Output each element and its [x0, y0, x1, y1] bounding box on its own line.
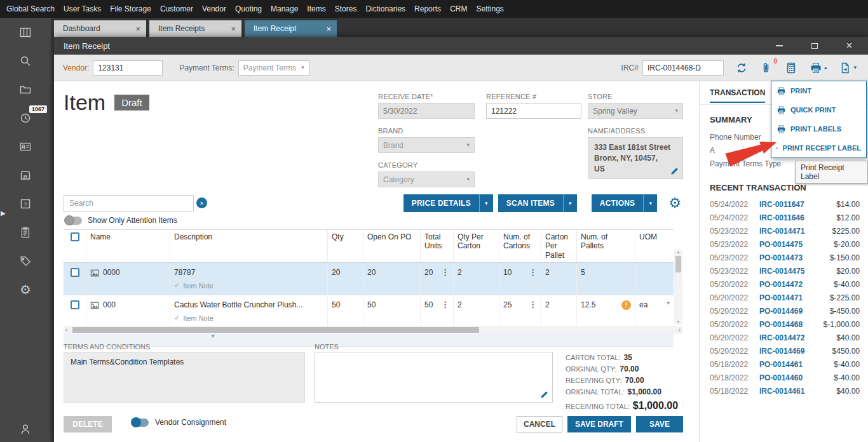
- menubar-item[interactable]: Reports: [414, 4, 441, 13]
- menubar-item[interactable]: Items: [307, 4, 325, 13]
- close-icon[interactable]: ×: [231, 24, 236, 34]
- panel-expander-icon[interactable]: ▶: [1, 210, 6, 217]
- files-nav-button[interactable]: [18, 83, 32, 96]
- transaction-link[interactable]: IRC-0014471: [759, 225, 804, 238]
- transaction-link[interactable]: IRC-0014469: [759, 345, 804, 358]
- scroll-right-icon[interactable]: ›: [679, 326, 681, 333]
- delete-button[interactable]: DELETE: [64, 416, 112, 432]
- transaction-link[interactable]: PO-0014473: [759, 251, 803, 265]
- row-menu-icon[interactable]: ⋮: [529, 300, 537, 309]
- uom-select[interactable]: ea▾: [635, 295, 674, 327]
- chevron-down-icon[interactable]: ▾: [479, 194, 493, 212]
- menubar-item[interactable]: Global Search: [6, 4, 55, 13]
- history-nav-button[interactable]: [18, 112, 32, 124]
- menubar-item[interactable]: User Tasks: [64, 4, 101, 13]
- attention-items-toggle[interactable]: [65, 217, 82, 225]
- item-note[interactable]: ✓Item Note: [174, 314, 323, 322]
- tab-dashboard[interactable]: Dashboard ×: [54, 20, 146, 37]
- scrollbar-thumb[interactable]: [675, 256, 681, 272]
- export-menu-button[interactable]: ▾: [839, 62, 857, 74]
- transaction-link[interactable]: IRC-0011646: [759, 211, 804, 225]
- print-menu-item[interactable]: PRINT: [771, 81, 866, 100]
- transaction-link[interactable]: IRC-0014475: [759, 265, 804, 278]
- reference-input[interactable]: 121222: [486, 103, 581, 119]
- transaction-link[interactable]: IRC-0014461: [759, 385, 804, 398]
- print-menu-button[interactable]: ▴: [810, 62, 827, 74]
- menubar-item[interactable]: Customer: [160, 4, 193, 13]
- transaction-link[interactable]: PO-0014468: [759, 318, 803, 332]
- transaction-link[interactable]: IRC-0011647: [759, 198, 804, 211]
- row-menu-icon[interactable]: ⋮: [529, 268, 537, 276]
- chevron-down-icon[interactable]: ▾: [643, 194, 657, 212]
- contacts-nav-button[interactable]: [18, 140, 32, 153]
- cancel-button[interactable]: CANCEL: [517, 416, 562, 432]
- store-select[interactable]: Spring Valley ▾: [588, 103, 683, 119]
- scrollbar-thumb[interactable]: [72, 327, 479, 333]
- transaction-link[interactable]: PO-0014472: [759, 278, 803, 291]
- menubar-item[interactable]: Vendor: [202, 4, 226, 13]
- edit-notes-button[interactable]: [539, 390, 549, 399]
- menubar-item[interactable]: Settings: [476, 4, 503, 13]
- category-select[interactable]: Category ▾: [378, 171, 475, 187]
- transaction-link[interactable]: PO-0014460: [759, 372, 803, 385]
- row-menu-icon[interactable]: ⋮: [441, 268, 449, 276]
- item-note[interactable]: ✓Item Note: [174, 281, 323, 290]
- refresh-button[interactable]: [735, 62, 748, 74]
- chevron-down-icon[interactable]: ▾: [563, 194, 577, 212]
- row-menu-icon[interactable]: ⋮: [441, 300, 449, 309]
- payment-terms-select[interactable]: Payment Terms ▾: [238, 60, 309, 76]
- save-button[interactable]: SAVE: [636, 416, 683, 432]
- grid-settings-button[interactable]: ⚙: [668, 196, 681, 210]
- vendor-consignment-toggle[interactable]: [132, 419, 149, 427]
- edit-address-button[interactable]: [670, 166, 679, 176]
- scroll-left-icon[interactable]: ‹: [65, 326, 67, 333]
- tab-item-receipt[interactable]: Item Receipt ×: [245, 20, 337, 37]
- minimize-icon[interactable]: [776, 45, 783, 46]
- notes-textarea[interactable]: [315, 352, 553, 403]
- settings-nav-button[interactable]: ⚙: [18, 283, 32, 296]
- qty-cell[interactable]: 20: [328, 263, 363, 295]
- transaction-link[interactable]: PO-0014475: [759, 238, 803, 251]
- vendor-input[interactable]: 123131: [93, 60, 163, 76]
- transaction-link[interactable]: PO-0014469: [759, 305, 803, 318]
- receive-date-input[interactable]: 5/30/2022: [378, 103, 475, 119]
- menubar-item[interactable]: Stores: [335, 4, 357, 13]
- save-draft-button[interactable]: SAVE DRAFT: [567, 416, 631, 432]
- calculator-button[interactable]: [785, 62, 797, 74]
- print-menu-item[interactable]: QUICK PRINT: [771, 100, 866, 119]
- terms-textarea[interactable]: Main Terms&Condition Templates: [64, 352, 305, 403]
- table-vertical-scrollbar[interactable]: ▴ ▾: [674, 250, 682, 325]
- transaction-link[interactable]: IRC-0014472: [759, 332, 804, 345]
- attachments-button[interactable]: 0: [760, 62, 773, 74]
- tab-item-receipts[interactable]: Item Receipts ×: [149, 20, 241, 37]
- actions-button[interactable]: ACTIONS ▾: [592, 194, 657, 212]
- uom-cell[interactable]: [635, 263, 674, 295]
- scan-items-button[interactable]: SCAN ITEMS ▾: [498, 194, 577, 212]
- brand-select[interactable]: Brand ▾: [378, 137, 475, 153]
- help-nav-button[interactable]: ?: [18, 198, 32, 210]
- menubar-item[interactable]: Quoting: [235, 4, 262, 13]
- print-menu-item[interactable]: PRINT LABELS: [771, 119, 866, 138]
- tasks-nav-button[interactable]: [18, 226, 32, 239]
- menubar-item[interactable]: Manage: [271, 4, 298, 13]
- carton-per-pallet-cell[interactable]: 2: [541, 295, 577, 327]
- table-horizontal-scrollbar[interactable]: ‹ ›: [64, 326, 682, 334]
- table-row[interactable]: 000 Cactus Water Bottle Cruncher Plush..…: [64, 295, 674, 328]
- tags-nav-button[interactable]: [18, 255, 32, 267]
- menubar-item[interactable]: File Storage: [110, 4, 151, 13]
- item-search-input[interactable]: Search: [64, 195, 194, 211]
- close-icon[interactable]: ×: [846, 41, 852, 51]
- scroll-up-icon[interactable]: ▴: [677, 250, 680, 255]
- row-checkbox[interactable]: [71, 268, 79, 277]
- search-nav-button[interactable]: [18, 55, 32, 67]
- carton-per-pallet-cell[interactable]: 2: [541, 263, 577, 295]
- row-checkbox[interactable]: [71, 300, 79, 309]
- user-profile-button[interactable]: [18, 423, 32, 436]
- qty-per-carton-cell[interactable]: 2: [454, 263, 499, 295]
- scroll-down-icon[interactable]: ▾: [677, 319, 680, 325]
- transaction-link[interactable]: PO-0014471: [759, 291, 803, 305]
- close-icon[interactable]: ×: [135, 24, 140, 34]
- menubar-item[interactable]: CRM: [450, 4, 467, 13]
- dashboard-nav-button[interactable]: [18, 26, 32, 39]
- select-all-checkbox[interactable]: [71, 232, 79, 241]
